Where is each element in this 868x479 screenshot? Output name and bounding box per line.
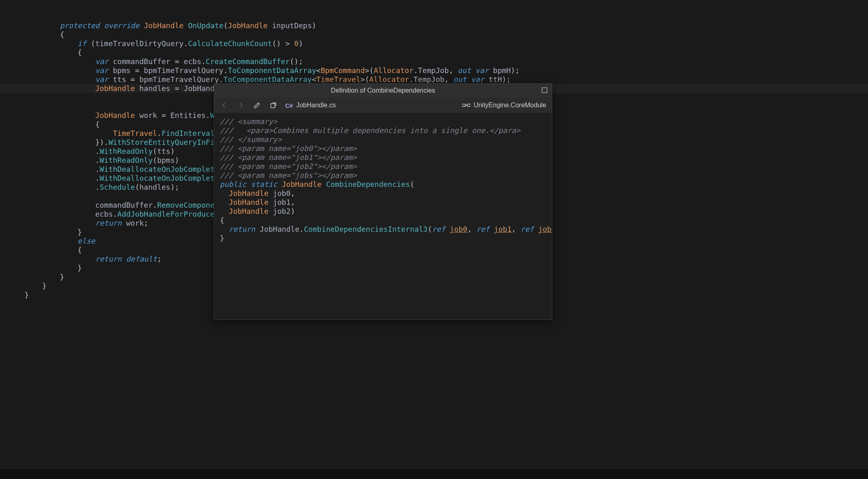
keyword: override bbox=[104, 21, 140, 30]
keyword: ref bbox=[520, 225, 534, 233]
keyword: out bbox=[453, 75, 467, 84]
identifier: tts bbox=[113, 75, 126, 84]
identifier: ttH bbox=[489, 75, 502, 84]
brace: } bbox=[60, 273, 64, 281]
promote-icon[interactable] bbox=[269, 101, 278, 110]
identifier: commandBuffer bbox=[113, 57, 170, 66]
keyword: var bbox=[95, 66, 108, 75]
identifier: job0 bbox=[273, 189, 290, 197]
keyword: static bbox=[251, 180, 277, 188]
csharp-badge: C# bbox=[285, 102, 293, 109]
comment: /// <param name="job0"></param> bbox=[220, 144, 357, 153]
identifier: job1 bbox=[494, 225, 512, 233]
keyword: ref bbox=[432, 225, 445, 233]
popup-title-bar: Definition of CombineDependencies bbox=[214, 84, 552, 98]
comment: /// </summary> bbox=[220, 135, 282, 144]
identifier: tts bbox=[157, 147, 170, 155]
identifier: ecbs bbox=[95, 210, 113, 218]
keyword: default bbox=[126, 255, 157, 263]
code-line: }).WithStoreEntityQueryInField(re bbox=[0, 138, 241, 146]
code-line bbox=[0, 192, 29, 200]
keyword: ref bbox=[476, 225, 490, 233]
code-line: return default; bbox=[0, 255, 162, 263]
code-line: var commandBuffer = ecbs.CreateCommandBu… bbox=[0, 57, 303, 66]
type: Allocator bbox=[369, 75, 409, 84]
code-line: { bbox=[0, 246, 82, 254]
property: TempJob bbox=[418, 66, 449, 75]
code-line: .WithReadOnly(tts) bbox=[0, 147, 175, 155]
svg-rect-1 bbox=[271, 104, 275, 108]
code-line: } bbox=[0, 282, 46, 290]
method: WithStoreEntityQueryInField bbox=[108, 138, 228, 146]
maximize-icon[interactable] bbox=[541, 87, 548, 93]
brace: { bbox=[78, 246, 82, 254]
type: JobHandle bbox=[228, 21, 268, 30]
identifier: bpmTimeTravelQuery bbox=[140, 75, 219, 84]
method: ToComponentDataArray bbox=[228, 66, 317, 75]
operator: > bbox=[285, 39, 290, 48]
keyword: else bbox=[78, 237, 95, 245]
keyword: var bbox=[476, 66, 489, 75]
method: ToComponentDataArray bbox=[224, 75, 312, 84]
forward-icon[interactable] bbox=[236, 101, 245, 110]
code-line: { bbox=[0, 30, 64, 39]
keyword: var bbox=[95, 57, 108, 66]
code-line: .WithDeallocateOnJobCompletion(tt bbox=[0, 174, 241, 182]
keyword: out bbox=[458, 66, 471, 75]
identifier: Entities bbox=[170, 111, 206, 120]
keyword: if bbox=[78, 39, 86, 48]
type: BpmCommand bbox=[321, 66, 365, 75]
code-line: } bbox=[0, 228, 82, 236]
brace: } bbox=[24, 291, 29, 299]
code-line: } bbox=[0, 291, 29, 299]
popup-filename[interactable]: C# JobHandle.cs bbox=[285, 102, 336, 109]
code-line: else bbox=[0, 237, 95, 245]
link-icon bbox=[462, 102, 470, 109]
code-line: .WithReadOnly(bpms) bbox=[0, 156, 179, 164]
number: 0 bbox=[294, 39, 299, 48]
code-line: { bbox=[0, 48, 82, 57]
code-line: commandBuffer.RemoveComponent(tim bbox=[0, 201, 241, 209]
method: OnUpdate bbox=[188, 21, 224, 30]
identifier: handles bbox=[140, 84, 170, 93]
brace: } bbox=[78, 264, 82, 272]
identifier: work bbox=[140, 111, 157, 120]
comment: /// <para>Combines multiple dependencies… bbox=[220, 126, 520, 135]
keyword: return bbox=[229, 225, 255, 233]
identifier: bpmTimeTravelQuery bbox=[144, 66, 224, 75]
identifier: bpmH bbox=[493, 66, 511, 75]
code-line: var bpms = bpmTimeTravelQuery.ToComponen… bbox=[0, 66, 520, 75]
code-line: { bbox=[0, 120, 100, 129]
brace: { bbox=[95, 120, 100, 129]
method: WithReadOnly bbox=[100, 156, 153, 164]
method: CombineDependencies bbox=[326, 180, 410, 188]
brace: } bbox=[42, 282, 46, 290]
method: CalculateChunkCount bbox=[188, 39, 272, 48]
keyword: return bbox=[95, 255, 122, 263]
comment: /// <param name="job1"></param> bbox=[220, 153, 357, 162]
identifier: JobHandle bbox=[260, 225, 300, 233]
identifier: ecbs bbox=[184, 57, 201, 66]
filename-text: JobHandle.cs bbox=[296, 102, 336, 109]
popup-body[interactable]: /// <summary> /// <para>Combines multipl… bbox=[214, 113, 552, 319]
method: WithDeallocateOnJobCompletion bbox=[100, 165, 228, 173]
method: WithReadOnly bbox=[100, 147, 153, 155]
method: WithDeallocateOnJobCompletion bbox=[100, 174, 228, 182]
back-icon[interactable] bbox=[220, 101, 229, 110]
brace: { bbox=[220, 216, 224, 224]
method: CreateCommandBuffer bbox=[206, 57, 290, 66]
code-line: var tts = bpmTimeTravelQuery.ToComponent… bbox=[0, 75, 511, 84]
keyword: return bbox=[95, 219, 122, 227]
type: JobHandle bbox=[144, 21, 184, 30]
type: JobHandle bbox=[95, 84, 135, 93]
popup-module[interactable]: UnityEngine.CoreModule bbox=[462, 102, 546, 109]
status-bar bbox=[0, 469, 868, 479]
edit-icon[interactable] bbox=[252, 101, 261, 110]
property: TempJob bbox=[414, 75, 445, 84]
identifier: bpms bbox=[113, 66, 131, 75]
identifier: job0 bbox=[450, 225, 467, 233]
brace: } bbox=[78, 228, 82, 236]
code-line: return work; bbox=[0, 219, 148, 227]
type: JobHandle bbox=[229, 189, 269, 197]
identifier: inputDeps bbox=[272, 21, 312, 30]
